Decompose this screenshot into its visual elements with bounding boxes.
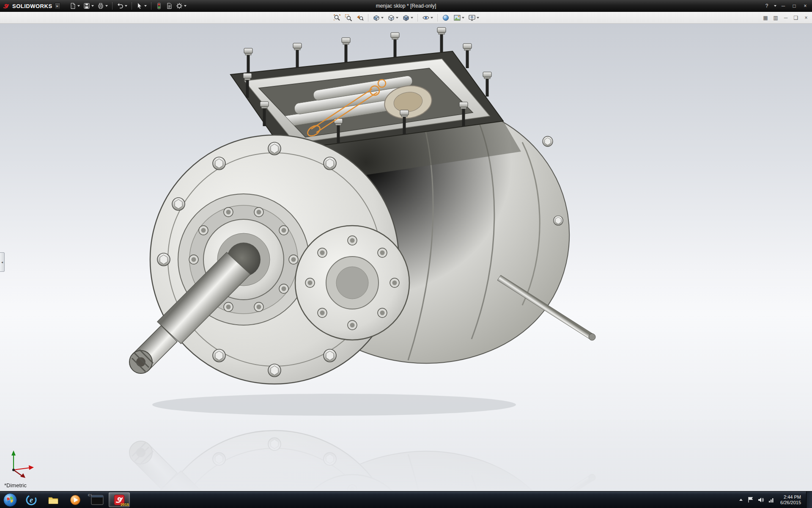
show-desktop-button[interactable] [806, 491, 812, 508]
hud-separator [368, 14, 368, 22]
doc-restore-button[interactable]: ❑ [793, 15, 799, 21]
start-button[interactable] [0, 491, 20, 508]
undo-button[interactable] [115, 2, 129, 10]
display-style-dropdown[interactable] [411, 17, 413, 19]
restore-panels-button[interactable]: ▦ [762, 15, 769, 21]
action-center-flag-icon [747, 497, 754, 503]
options-button[interactable] [175, 2, 188, 10]
taskbar-item-solidworks[interactable]: 2015 [109, 492, 130, 507]
taskbar-item-media-player[interactable] [65, 492, 86, 507]
doc-close-button[interactable]: × [803, 15, 809, 21]
windows-start-icon [3, 493, 17, 507]
taskbar-item-windows-explorer[interactable] [43, 492, 64, 507]
save-button[interactable] [82, 2, 95, 10]
edit-appearance-icon [442, 14, 450, 22]
gearbox-assembly[interactable] [129, 28, 595, 384]
print-icon [97, 3, 104, 9]
print-dropdown[interactable] [105, 5, 108, 7]
hud-separator [437, 14, 438, 22]
document-window-controls: ▦ ▥ ─ ❑ × [762, 12, 809, 24]
view-tools [332, 13, 480, 22]
orientation-triad [5, 444, 41, 479]
ground-shadow [152, 394, 516, 416]
main-toolbar [68, 2, 188, 10]
command-prompt-label: C:\ [88, 494, 92, 497]
svg-text:e: e [30, 496, 33, 504]
solidworks-logo-icon [3, 2, 10, 10]
heads-up-toolbar: ▦ ▥ ─ ❑ × [0, 12, 812, 24]
solidworks-version-badge: 2015 [121, 502, 129, 507]
clock-time: 2:44 PM [780, 494, 801, 500]
previous-view-button[interactable] [355, 13, 365, 22]
maximize-button[interactable]: □ [790, 2, 798, 10]
view-settings-icon [468, 14, 476, 22]
taskbar-clock[interactable]: 2:44 PM 6/26/2015 [779, 494, 803, 505]
edit-appearance-button[interactable] [441, 13, 451, 22]
new-file-button[interactable] [68, 2, 81, 10]
hud-separator [417, 14, 418, 22]
apply-scene-button[interactable] [452, 13, 466, 22]
network-button[interactable] [768, 497, 775, 503]
toolbar-separator [132, 2, 132, 10]
feature-manager-collapse-tab[interactable]: ◂ [0, 252, 5, 272]
new-file-dropdown[interactable] [77, 5, 80, 7]
display-style-button[interactable] [401, 13, 414, 22]
print-button[interactable] [96, 2, 109, 10]
select-dropdown[interactable] [144, 5, 147, 7]
network-icon [768, 497, 775, 503]
menu-expand-button[interactable]: ▸ [55, 3, 61, 9]
select-button[interactable] [135, 2, 148, 10]
window-title: menjac sklop * [Read-only] [376, 3, 436, 9]
select-icon [136, 3, 143, 9]
minimize-button[interactable]: ─ [779, 2, 787, 10]
tile-windows-button[interactable]: ▥ [772, 15, 779, 21]
doc-minimize-button[interactable]: ─ [782, 15, 789, 21]
reflection-fade [0, 420, 812, 491]
undo-dropdown[interactable] [125, 5, 127, 7]
hide-show-items-icon [422, 14, 430, 22]
zoom-to-fit-button[interactable] [332, 13, 342, 22]
toolbar-separator [151, 2, 151, 10]
speaker-icon [757, 497, 764, 503]
apply-scene-dropdown[interactable] [462, 17, 464, 19]
section-view-button[interactable] [371, 13, 385, 22]
zoom-to-area-icon [345, 14, 352, 22]
file-properties-icon [166, 3, 173, 9]
show-hidden-icons-button[interactable] [738, 497, 743, 502]
rebuild-button[interactable] [154, 2, 164, 10]
save-dropdown[interactable] [91, 5, 94, 7]
media-player-icon [69, 494, 81, 506]
close-button[interactable]: × [801, 2, 809, 10]
zoom-to-area-button[interactable] [343, 13, 354, 22]
secondary-flange[interactable] [295, 226, 409, 340]
taskbar-item-internet-explorer[interactable]: e [21, 492, 42, 507]
display-style-icon [402, 14, 410, 22]
options-dropdown[interactable] [184, 5, 187, 7]
view-settings-dropdown[interactable] [477, 17, 479, 19]
options-gear-icon [176, 3, 183, 9]
system-tray: 2:44 PM 6/26/2015 [735, 491, 806, 508]
folder-icon [47, 494, 59, 506]
section-view-dropdown[interactable] [381, 17, 384, 19]
view-settings-button[interactable] [467, 13, 480, 22]
file-properties-button[interactable] [165, 2, 174, 10]
help-dropdown[interactable] [774, 5, 776, 7]
hidden-icons-caret-icon [738, 497, 743, 502]
hide-show-items-button[interactable] [421, 13, 434, 22]
zoom-to-fit-icon [333, 14, 341, 22]
clock-date: 6/26/2015 [780, 500, 801, 505]
window-controls: ? ─ □ × [763, 2, 809, 10]
help-button[interactable]: ? [763, 2, 771, 10]
graphics-area[interactable]: ◂ *Dimetric [0, 24, 812, 491]
internet-explorer-icon: e [25, 494, 37, 506]
gearbox-model[interactable] [0, 24, 812, 491]
view-orientation-dropdown[interactable] [396, 17, 398, 19]
previous-view-icon [356, 14, 364, 22]
volume-button[interactable] [757, 497, 764, 503]
solidworks-logo: SOLIDWORKS ▸ [3, 2, 64, 10]
taskbar-item-command-prompt[interactable]: C:\ [87, 492, 108, 507]
view-orientation-button[interactable] [386, 13, 400, 22]
hide-show-items-dropdown[interactable] [431, 17, 433, 19]
brand-text: SOLIDWORKS [12, 3, 52, 9]
action-center-button[interactable] [747, 497, 754, 503]
